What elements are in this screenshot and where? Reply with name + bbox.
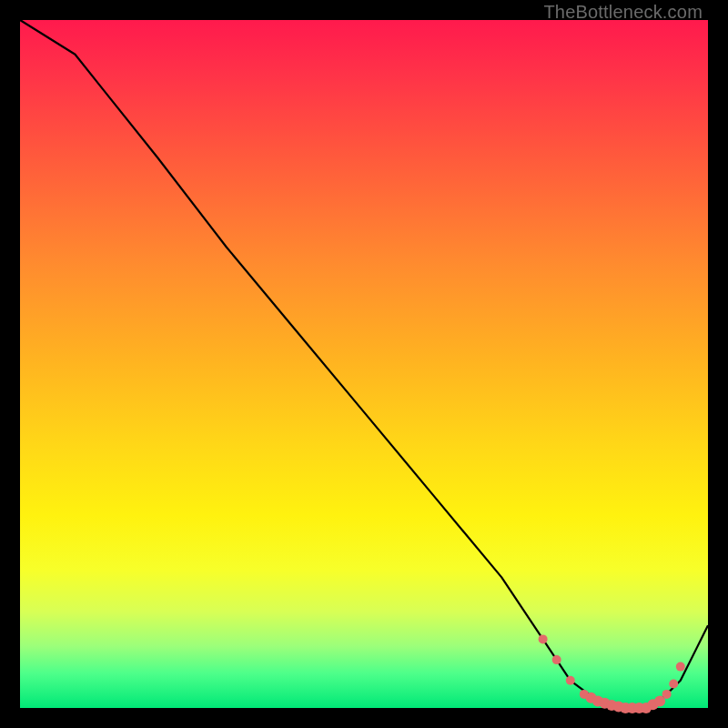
highlight-dots — [539, 634, 685, 713]
highlight-dot — [552, 655, 561, 664]
plot-area — [20, 20, 708, 708]
highlight-dot — [669, 680, 678, 689]
watermark-text: TheBottleneck.com — [543, 2, 703, 23]
curve-svg — [20, 20, 708, 708]
highlight-dot — [676, 662, 685, 672]
curve-line — [20, 20, 708, 708]
highlight-dot — [662, 690, 672, 699]
highlight-dot — [566, 676, 575, 685]
chart-frame: TheBottleneck.com — [0, 0, 728, 728]
highlight-dot — [539, 634, 548, 643]
